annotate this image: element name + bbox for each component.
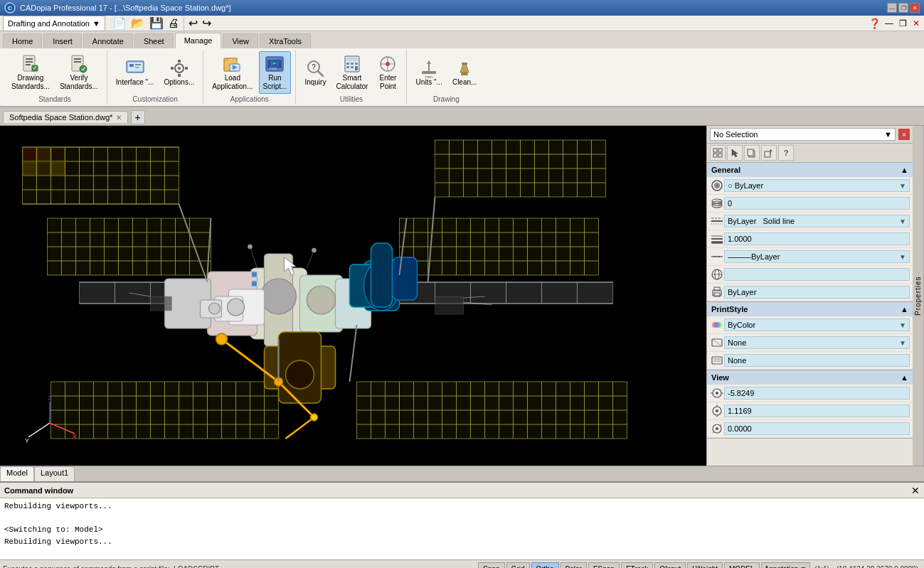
polar-button[interactable]: Polar [561, 562, 587, 569]
tab-insert[interactable]: Insert [43, 33, 82, 48]
properties-tab[interactable]: Properties [913, 126, 924, 466]
model-tab[interactable]: Model [0, 466, 34, 481]
enter-point-icon [378, 54, 398, 74]
tab-manage[interactable]: Manage [175, 33, 222, 48]
interface-button[interactable]: Interface "... [112, 55, 159, 90]
ortho-button[interactable]: Ortho [531, 562, 559, 569]
tab-sheet[interactable]: Sheet [134, 33, 174, 48]
close-button[interactable]: ✕ [910, 3, 920, 13]
applications-group-label: Applications [230, 95, 269, 103]
document-tab-active[interactable]: Softpedia Space Station.dwg* ✕ [3, 111, 128, 123]
minimize-app-button[interactable]: — [883, 18, 895, 28]
close-app-button[interactable]: ✕ [911, 18, 921, 28]
linestyle-value[interactable]: ———ByLayer ▼ [724, 250, 910, 263]
load-application-button[interactable]: ▶ LoadApplication... [208, 51, 257, 94]
esnap-button[interactable]: ESnap [588, 562, 620, 569]
command-body[interactable]: Rebuilding viewports... <Switching to: M… [0, 498, 924, 559]
panel-grid-button[interactable] [710, 145, 726, 161]
toolbar-icon-new[interactable]: 📄 [111, 16, 128, 30]
options-button[interactable]: Options... [159, 55, 198, 90]
tab-xtratools[interactable]: XtraTools [260, 33, 311, 48]
svg-text:X: X [73, 433, 77, 440]
layer-value: 0 [724, 197, 910, 210]
command-window-close-button[interactable]: ✕ [911, 485, 920, 496]
window-controls[interactable]: — ❐ ✕ [887, 3, 920, 13]
view-z-text: 0.0000 [728, 424, 752, 433]
linetype-value[interactable]: ByLayer Solid line ▼ [724, 215, 910, 227]
svg-rect-231 [718, 149, 722, 152]
restore-button[interactable]: ❐ [898, 3, 908, 13]
units-button[interactable]: mm Units "... [411, 55, 446, 90]
minimize-button[interactable]: — [887, 3, 897, 13]
lineweight-row: 1.0000 [707, 230, 913, 248]
none-value-1[interactable]: None ▼ [724, 336, 910, 349]
tab-annotate[interactable]: Annotate [83, 33, 133, 48]
view-y-icon [710, 404, 724, 418]
svg-text:C: C [8, 5, 12, 11]
toolbar-icon-open[interactable]: 📂 [129, 16, 147, 30]
drawing-standards-button[interactable]: ✓ DrawingStandards... [7, 51, 54, 94]
interface-icon [125, 58, 145, 78]
run-script-button[interactable]: |▶| run RunScript... [259, 51, 292, 94]
linetype-value-text: ByLayer Solid line [728, 217, 795, 225]
svg-rect-36 [346, 63, 349, 65]
annotation-dropdown[interactable]: Annotation ▼ [761, 562, 811, 569]
svg-rect-193 [393, 257, 418, 300]
viewport[interactable]: Y X Z [0, 126, 706, 466]
svg-point-276 [716, 427, 718, 430]
snap-button[interactable]: Snap [478, 562, 504, 569]
panel-copy-button[interactable] [744, 145, 760, 161]
restore-app-button[interactable]: ❐ [898, 18, 908, 28]
units-icon: mm [419, 58, 439, 78]
panel-help-button[interactable]: ? [778, 145, 794, 161]
help-icon[interactable]: ❓ [869, 18, 881, 29]
command-line-5 [4, 547, 920, 559]
view-section-header[interactable]: View ▲ [707, 370, 913, 385]
selection-dropdown[interactable]: No Selection ▼ [710, 128, 896, 141]
etrack-button[interactable]: ETrack [621, 562, 653, 569]
general-section-header[interactable]: General ▲ [707, 163, 913, 177]
printstyle-section-header[interactable]: PrintStyle ▲ [707, 302, 913, 316]
bycolor-value[interactable]: ByColor ▼ [724, 318, 910, 331]
model-button[interactable]: MODEL [724, 562, 760, 569]
panel-cursor-button[interactable] [727, 145, 743, 161]
tab-home[interactable]: Home [3, 33, 42, 48]
layout1-tab[interactable]: Layout1 [34, 466, 75, 481]
panel-header: No Selection ▼ × [707, 126, 913, 144]
tab-view[interactable]: View [223, 33, 258, 48]
inquiry-button[interactable]: ? Inquiry [300, 55, 330, 90]
coordinates-text: (10.4124,28.3679,0.0000) [834, 565, 921, 568]
run-script-label: RunScript... [263, 74, 287, 91]
view-section-content: -5.8249 [707, 385, 913, 438]
toolbar-icon-print[interactable]: 🖨 [166, 17, 181, 30]
doc-tab-close-button[interactable]: ✕ [116, 114, 122, 122]
svg-point-206 [228, 299, 245, 316]
svg-line-32 [318, 71, 323, 76]
clean-button[interactable]: Clean... [448, 55, 481, 90]
panel-export-button[interactable] [761, 145, 777, 161]
toolbar-icon-redo[interactable]: ↪ [201, 16, 213, 30]
new-tab-button[interactable]: + [131, 110, 145, 124]
status-text: Executes a sequence of commands from a s… [3, 565, 477, 568]
svg-point-19 [178, 67, 181, 70]
svg-point-45 [386, 62, 390, 66]
panel-toolbar: ? [707, 144, 913, 163]
smart-calculator-button[interactable]: SmartCalculator [331, 51, 372, 94]
options-label: Options... [164, 78, 194, 87]
enter-point-button[interactable]: EnterPoint [373, 51, 402, 94]
interface-label: Interface "... [116, 78, 154, 87]
toolbar-icon-undo[interactable]: ↩ [187, 16, 199, 30]
lweight-button[interactable]: LWeight [687, 562, 723, 569]
workspace-dropdown[interactable]: Drafting and Annotation ▼ [3, 16, 105, 31]
lineweight-value: 1.0000 [724, 232, 910, 245]
toolbar-icon-save[interactable]: 💾 [148, 16, 165, 30]
qinput-button[interactable]: QInput [654, 562, 686, 569]
selection-label: No Selection [713, 130, 758, 139]
color-value[interactable]: ○ ByLayer ▼ [724, 179, 910, 192]
view-y-text: 1.1169 [728, 407, 752, 415]
verify-standards-button[interactable]: ✓ VerifyStandards... [55, 51, 102, 94]
grid-button[interactable]: Grid [506, 562, 530, 569]
linestyle-row: ———ByLayer ▼ [707, 248, 913, 266]
panel-close-button[interactable]: × [898, 129, 910, 140]
svg-marker-234 [732, 149, 738, 157]
